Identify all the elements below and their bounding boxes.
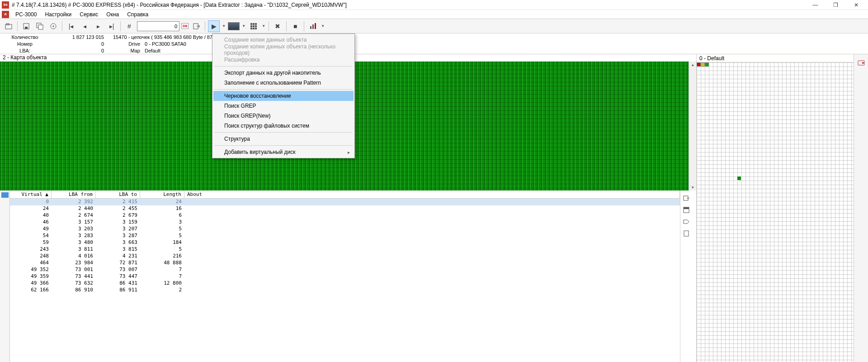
scroll-down-icon[interactable]: ▾ xyxy=(691,184,695,191)
menu-windows[interactable]: Окна xyxy=(103,10,123,19)
context-menu-item[interactable]: Структура xyxy=(213,134,354,144)
context-menu-item[interactable]: Поиск структур файловых систем xyxy=(213,121,354,131)
svg-rect-18 xyxy=(310,26,311,29)
legend-red-icon xyxy=(697,62,701,67)
submenu-arrow-icon: ▸ xyxy=(348,150,350,155)
prev-icon[interactable]: ◂ xyxy=(79,20,90,32)
table-row[interactable]: 02 3922 41524 xyxy=(10,199,680,205)
context-menu-item[interactable]: Экспорт данных на другой накопитель xyxy=(213,68,354,78)
chart-icon[interactable] xyxy=(307,20,319,32)
context-menu-separator xyxy=(214,66,353,67)
table-row[interactable]: 242 4402 45516 xyxy=(10,205,680,212)
right-tool-column xyxy=(854,54,868,362)
grid-icon[interactable]: # xyxy=(123,20,135,32)
next-icon[interactable]: ▸ xyxy=(92,20,104,32)
menubar-icon: ⬘ xyxy=(2,11,9,18)
page-icon[interactable] xyxy=(680,228,692,239)
table-header[interactable]: Virtual ▲ LBA from LBA to Length About xyxy=(10,191,680,199)
toolbar-separator xyxy=(17,21,18,31)
col-lba-to[interactable]: LBA to xyxy=(96,191,140,198)
export-icon[interactable] xyxy=(190,20,202,32)
context-menu[interactable]: Создание копии данных объектаСоздание ко… xyxy=(212,33,355,158)
stop-icon[interactable]: ■ xyxy=(289,20,301,32)
table-row[interactable]: 46423 98472 87148 888 xyxy=(10,260,680,267)
scroll-up-icon[interactable]: ▴ xyxy=(691,62,695,68)
col-lba-from[interactable]: LBA from xyxy=(52,191,96,198)
map-value: Default xyxy=(140,48,199,55)
table-row[interactable]: 2484 0164 231216 xyxy=(10,253,680,260)
svg-rect-3 xyxy=(25,27,28,29)
thumb-dropdown[interactable]: ▼ xyxy=(241,24,246,28)
grid-view-icon[interactable] xyxy=(248,20,259,32)
context-menu-item[interactable]: Поиск GREP xyxy=(213,101,354,111)
save-icon[interactable] xyxy=(20,20,32,32)
open-icon[interactable] xyxy=(3,20,14,32)
play-dropdown[interactable]: ▼ xyxy=(222,24,226,28)
chart-dropdown[interactable]: ▼ xyxy=(321,24,325,28)
context-menu-item[interactable]: Заполнение с использованием Pattern xyxy=(213,78,354,88)
qty-label: Количество xyxy=(5,34,45,41)
map-label: Map xyxy=(113,48,140,55)
app-icon: 94 xyxy=(2,1,9,9)
svg-rect-10 xyxy=(253,23,255,25)
svg-rect-17 xyxy=(255,28,257,29)
table-row[interactable]: 49 35973 44173 4477 xyxy=(10,273,680,280)
svg-point-7 xyxy=(53,25,54,27)
maximize-button[interactable]: ❐ xyxy=(826,0,846,10)
export-row-icon[interactable] xyxy=(680,192,692,204)
tag-icon[interactable] xyxy=(680,216,692,228)
table-row[interactable]: 463 1573 1593 xyxy=(10,219,680,226)
table-row[interactable]: 493 2033 2075 xyxy=(10,226,680,233)
table-row[interactable]: 543 2833 2875 xyxy=(10,233,680,239)
sector-icon[interactable] xyxy=(680,204,692,216)
menu-service[interactable]: Сервис xyxy=(76,10,102,19)
col-about[interactable]: About xyxy=(184,191,680,198)
minimize-button[interactable]: — xyxy=(805,0,826,10)
object-map-scrollbar[interactable]: ▴ ▾ xyxy=(689,62,696,191)
svg-rect-9 xyxy=(250,23,252,25)
num-value: 0 xyxy=(45,41,104,48)
thumbnail-icon[interactable] xyxy=(228,22,240,30)
disk-icon[interactable] xyxy=(47,20,59,32)
table-body[interactable]: 02 3922 41524242 4402 45516402 6742 6796… xyxy=(10,199,680,362)
table-row[interactable]: 2433 8113 8155 xyxy=(10,246,680,253)
menu-help[interactable]: Справка xyxy=(123,10,152,19)
svg-rect-20 xyxy=(315,23,316,29)
menu-settings[interactable]: Настройки xyxy=(41,10,75,19)
close-button[interactable]: ✕ xyxy=(846,0,866,10)
toolbar-separator xyxy=(62,21,62,31)
drive-label: Drive xyxy=(113,41,140,48)
qty-value: 1 827 123 015 xyxy=(45,34,104,41)
col-virtual[interactable]: Virtual ▲ xyxy=(10,191,52,198)
svg-rect-19 xyxy=(312,24,314,29)
svg-point-26 xyxy=(862,62,864,64)
play-icon[interactable]: ▶ xyxy=(208,20,220,32)
context-menu-item[interactable]: Черновое восстановление xyxy=(213,91,354,101)
tools-icon[interactable]: ✖ xyxy=(272,20,283,32)
toolbar: |◂ ◂ ▸ ▸| # D8 ▶ ▼ ▼ ▼ ✖ ■ ▼ xyxy=(0,19,868,33)
right-overview-map[interactable] xyxy=(697,62,854,362)
toolbar-separator xyxy=(205,21,205,31)
table-gutter xyxy=(0,191,10,362)
toolbar-separator xyxy=(120,21,121,31)
last-icon[interactable]: ▸| xyxy=(106,20,118,32)
table-row[interactable]: 402 6742 6796 xyxy=(10,212,680,219)
table-row[interactable]: 49 36673 63286 43112 800 xyxy=(10,280,680,287)
lba-input[interactable] xyxy=(137,21,179,31)
svg-rect-16 xyxy=(253,28,255,29)
toolbar-separator xyxy=(304,21,304,31)
right-map-title: 0 - Default xyxy=(697,54,854,62)
drive-value: 0 - PC3000 SATA0 xyxy=(140,41,199,48)
menu-pc3000[interactable]: PC-3000 xyxy=(12,10,40,19)
col-length[interactable]: Length xyxy=(140,191,184,198)
context-menu-item[interactable]: Добавить виртуальный диск▸ xyxy=(213,147,354,157)
table-row[interactable]: 49 35273 00173 0077 xyxy=(10,267,680,273)
table-row[interactable]: 593 4803 663184 xyxy=(10,239,680,246)
table-tool-column xyxy=(680,191,696,362)
drive-tool-icon[interactable] xyxy=(855,57,867,69)
grid-dropdown[interactable]: ▼ xyxy=(261,24,266,28)
context-menu-item[interactable]: Поиск GREP(New) xyxy=(213,111,354,121)
first-icon[interactable]: |◂ xyxy=(65,20,77,32)
table-row[interactable]: 62 16686 91086 9112 xyxy=(10,287,680,294)
save-multi-icon[interactable] xyxy=(34,20,46,32)
